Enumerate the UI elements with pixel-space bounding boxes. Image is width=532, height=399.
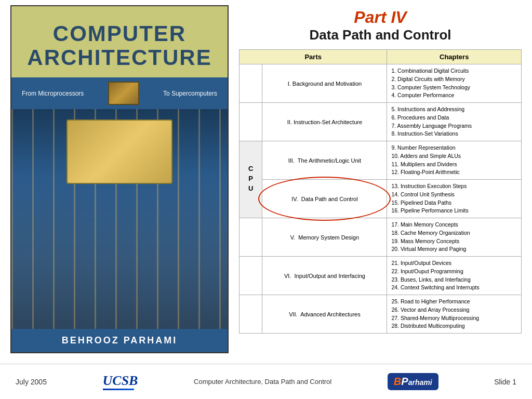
cover-author-bar: BEHROOZ PARHAMI	[11, 329, 228, 352]
part-num-2	[240, 103, 262, 141]
footer: July 2005 UCSB Computer Architecture, Da…	[0, 364, 532, 399]
part-num-7	[240, 295, 262, 334]
chapters-7: 25. Road to Higher Performance 26. Vecto…	[387, 295, 522, 334]
part-num-5	[240, 218, 262, 257]
part-header: Part IV Data Path and Control	[239, 8, 522, 43]
book-cover: COMPUTER ARCHITECTURE From Microprocesso…	[10, 5, 229, 353]
table-row-highlighted: IV. Data Path and Control 13. Instructio…	[240, 180, 522, 218]
part-name-5: V. Memory System Design	[262, 218, 387, 257]
part-name-4: IV. Data Path and Control	[262, 180, 387, 218]
ucsb-logo: UCSB	[103, 373, 138, 390]
ucsb-text: UCSB	[103, 373, 138, 389]
part-label: Part IV	[239, 8, 522, 27]
chapters-1: 1. Combinational Digital Circuits 2. Dig…	[387, 64, 522, 103]
part-name-7: VII. Advanced Architectures	[262, 295, 387, 334]
chapters-2: 5. Instructions and Addressing 6. Proced…	[387, 103, 522, 141]
part-name-3: III. The Arithmetic/Logic Unit	[262, 141, 387, 180]
table-row: VII. Advanced Architectures 25. Road to …	[240, 295, 522, 334]
table-row: II. Instruction-Set Architecture 5. Inst…	[240, 103, 522, 141]
subtitle-left: From Microprocessors	[22, 90, 84, 97]
content-area: Part IV Data Path and Control Parts Chap…	[239, 5, 522, 358]
col-header-chapters: Chapters	[387, 50, 522, 64]
footer-date: July 2005	[16, 378, 47, 386]
chapters-5: 17. Main Memory Concepts 18. Cache Memor…	[387, 218, 522, 257]
chip-image	[108, 82, 139, 105]
part-name-2: II. Instruction-Set Architecture	[262, 103, 387, 141]
cpu-label: CPU	[240, 141, 262, 218]
table-row: VI. Input/Output and Interfacing 21. Inp…	[240, 257, 522, 295]
bp-b-letter: B	[394, 376, 401, 387]
part-num-1	[240, 64, 262, 103]
footer-title: Computer Architecture, Data Path and Con…	[194, 378, 331, 385]
part-num-6	[240, 257, 262, 295]
cover-title-area: COMPUTER ARCHITECTURE	[11, 6, 228, 77]
part-name-6: VI. Input/Output and Interfacing	[262, 257, 387, 295]
chapters-3: 9. Number Representation 10. Adders and …	[387, 141, 522, 180]
bparhami-logo: BParhami	[388, 373, 438, 390]
chapters-6: 21. Input/Output Devices 22. Input/Ouput…	[387, 257, 522, 295]
table-row: I. Background and Motivation 1. Combinat…	[240, 64, 522, 103]
part-name-1: I. Background and Motivation	[262, 64, 387, 103]
bp-rest: arhami	[408, 378, 432, 387]
bp-p-letter: P	[401, 376, 408, 387]
table-row: V. Memory System Design 17. Main Memory …	[240, 218, 522, 257]
footer-slide: Slide 1	[494, 378, 516, 386]
part-name: Data Path and Control	[239, 27, 522, 43]
subtitle-right: To Supercomputers	[163, 90, 217, 97]
col-header-parts: Parts	[240, 50, 387, 64]
author-name: BEHROOZ PARHAMI	[22, 335, 217, 346]
table-row: CPU III. The Arithmetic/Logic Unit 9. Nu…	[240, 141, 522, 180]
book-title: COMPUTER ARCHITECTURE	[22, 22, 217, 70]
cover-supercomputer-image	[11, 109, 228, 329]
ucsb-underline	[103, 389, 134, 390]
chapters-4: 13. Instruction Execution Steps 14. Cont…	[387, 180, 522, 218]
toc-table: Parts Chapters I. Background and Motivat…	[239, 49, 522, 334]
cover-subtitle-bar: From Microprocessors To Supercomputers	[11, 77, 228, 109]
